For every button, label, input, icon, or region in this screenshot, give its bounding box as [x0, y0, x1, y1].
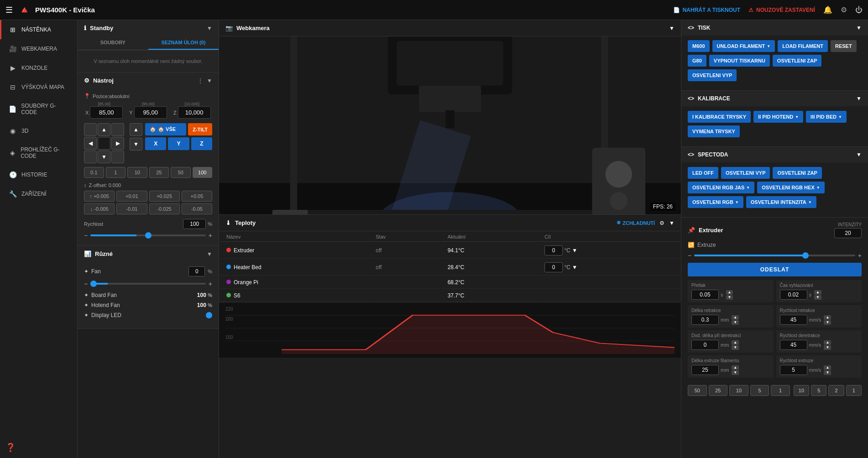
zoffset-up-05[interactable]: +0.05 [182, 191, 212, 202]
standby-header[interactable]: ℹ Standby ▼ [78, 20, 219, 36]
rychlost-retrakce-input[interactable] [780, 315, 807, 325]
preset-speed-1[interactable]: 1 [846, 385, 862, 396]
jog-z-down-button[interactable]: ▼ [130, 138, 142, 151]
tab-tasks[interactable]: SEZNAM ÚLOH (0) [148, 36, 219, 50]
ext-plus-icon[interactable]: + [858, 252, 862, 259]
speed-minus-icon[interactable]: − [84, 232, 88, 239]
zoffset-up-005[interactable]: ↑ +0.005 [84, 191, 115, 202]
emergency-stop-button[interactable]: ⚠ NOUZOVÉ ZASTAVENÍ [748, 7, 815, 13]
z-tilt-button[interactable]: Z-TILT [188, 123, 212, 135]
preset-speed-5[interactable]: 5 [811, 385, 826, 396]
deretrakce-delka-down[interactable]: ▼ [732, 345, 739, 350]
settings-icon[interactable]: ⚙ [841, 5, 847, 14]
sidebar-item-vyskova-mapa[interactable]: ⊟ VÝŠKOVÁ MAPA [0, 78, 77, 97]
sidebar-item-webkamera[interactable]: 🎥 WEBKAMERA [0, 39, 77, 58]
z-input[interactable] [178, 106, 211, 119]
retrakce-down[interactable]: ▼ [732, 320, 739, 325]
preset-speed-2[interactable]: 2 [828, 385, 844, 396]
tool-more-icon[interactable]: ⋮ [198, 78, 203, 84]
tool-header[interactable]: ⚙ Nástroj ⋮ ▼ [78, 73, 219, 88]
speed-plus-icon[interactable]: + [209, 232, 212, 239]
pretlak-input[interactable] [691, 290, 719, 300]
zoffset-down-01[interactable]: -0.01 [116, 203, 147, 214]
step-01[interactable]: 0.1 [84, 167, 104, 178]
ext-slider[interactable] [694, 255, 855, 256]
speed-input[interactable] [183, 219, 206, 229]
spectoda-osvetleni-vyp-button[interactable]: OSVETLENI VYP [721, 167, 770, 179]
zoffset-down-05[interactable]: -0.05 [182, 203, 212, 214]
intenzita-button[interactable]: OSVETLENI INTENZITA [746, 196, 816, 208]
tool-chevron-icon[interactable]: ▼ [207, 78, 212, 84]
pretlak-up[interactable]: ▲ [726, 290, 733, 295]
unload-filament-button[interactable]: UNLOAD FILAMENT [712, 40, 775, 52]
sidebar-item-zarizeni[interactable]: 🔧 ZAŘÍZENÍ [0, 184, 77, 203]
rgb-jas-button[interactable]: OSVETLENI RGB JAS [688, 182, 754, 193]
z-axis-button[interactable]: Z [191, 137, 212, 150]
temps-chevron-icon[interactable]: ▼ [669, 220, 675, 226]
display-led-toggle[interactable] [206, 312, 212, 318]
deretrakce-rychlost-input[interactable] [780, 340, 807, 350]
spectoda-osvetleni-zap-button[interactable]: OSVETLENI ZAP [773, 167, 821, 179]
preset-25[interactable]: 25 [709, 385, 728, 396]
deretrakce-delka-input[interactable] [691, 340, 719, 350]
jog-left-button[interactable]: ◀ [84, 137, 97, 150]
y-axis-button[interactable]: Y [168, 137, 189, 150]
sidebar-item-nastdenka[interactable]: ⊞ NÁSTĚNKA [0, 20, 77, 39]
preset-50[interactable]: 50 [688, 385, 707, 396]
bell-icon[interactable]: 🔔 [823, 5, 832, 14]
preset-5[interactable]: 5 [750, 385, 769, 396]
kalibrace-header[interactable]: <> KALIBRACE ▼ [681, 91, 868, 106]
vyhlazovani-down[interactable]: ▼ [814, 295, 821, 300]
jog-z-up-button[interactable]: ▲ [130, 123, 142, 136]
g80-button[interactable]: G80 [688, 55, 706, 67]
tisk-header[interactable]: <> TISK ▼ [681, 20, 868, 36]
extruze-rychlost-down[interactable]: ▼ [824, 370, 831, 375]
preset-1[interactable]: 1 [771, 385, 790, 396]
fan-plus-icon[interactable]: + [209, 280, 212, 287]
bed-temp-chevron[interactable]: ▼ [572, 264, 577, 271]
sidebar-item-3d[interactable]: ◉ 3D [0, 121, 77, 141]
extruder-target-input[interactable] [544, 245, 563, 255]
bed-target-input[interactable] [544, 262, 563, 272]
menu-icon[interactable]: ☰ [5, 5, 13, 15]
power-icon[interactable]: ⏻ [855, 6, 863, 14]
kalibrace-trysky-button[interactable]: I KALIBRACE TRYSKY [688, 111, 751, 123]
sidebar-item-historie[interactable]: 🕐 HISTORIE [0, 165, 77, 184]
step-50[interactable]: 50 [171, 167, 191, 178]
step-1[interactable]: 1 [106, 167, 126, 178]
vypnout-tiskarnu-button[interactable]: VYPNOUT TISKARNU [709, 55, 770, 67]
ext-minus-icon[interactable]: − [688, 252, 691, 259]
deretrakce-rychlost-up[interactable]: ▲ [824, 340, 831, 345]
fan-input[interactable] [188, 266, 205, 276]
x-axis-button[interactable]: X [145, 137, 166, 150]
load-filament-button[interactable]: LOAD FILAMENT [778, 40, 828, 52]
retrakce-up[interactable]: ▲ [732, 315, 739, 320]
vymena-trysky-button[interactable]: VYMENA TRYSKY [688, 125, 740, 137]
fan-minus-icon[interactable]: − [84, 280, 88, 287]
misc-header[interactable]: 📊 Různé ▼ [78, 246, 219, 262]
step-25[interactable]: 25 [149, 167, 169, 178]
home-all-button[interactable]: 🏠 🏠 VŠE [145, 123, 186, 135]
deretrakce-rychlost-down[interactable]: ▼ [824, 345, 831, 350]
tab-files[interactable]: SOUBORY [78, 36, 148, 50]
m600-button[interactable]: M600 [688, 40, 710, 52]
misc-chevron-icon[interactable]: ▼ [207, 251, 212, 257]
preset-10[interactable]: 10 [729, 385, 748, 396]
step-100[interactable]: 100 [193, 167, 213, 178]
sidebar-item-soubory[interactable]: 📄 SOUBORY G-CODE [0, 97, 77, 121]
retrakce-input[interactable] [691, 315, 719, 325]
jog-up-button[interactable]: ▲ [98, 123, 110, 136]
osvetleni-zap-button[interactable]: OSVETLENI ZAP [773, 55, 821, 67]
zoffset-up-01[interactable]: +0.01 [116, 191, 147, 202]
sidebar-item-konzole[interactable]: ▶ KONZOLE [0, 58, 77, 78]
rychlost-retrakce-up[interactable]: ▲ [824, 315, 831, 320]
zoffset-down-025[interactable]: -0.025 [149, 203, 180, 214]
intensity-input[interactable] [834, 228, 862, 238]
upload-print-button[interactable]: 📄 NAHRÁT A TISKNOUT [673, 7, 740, 13]
extruze-rychlost-up[interactable]: ▲ [824, 365, 831, 370]
vyhlazovani-up[interactable]: ▲ [814, 290, 821, 295]
rychlost-retrakce-down[interactable]: ▼ [824, 320, 831, 325]
jog-down-button[interactable]: ▼ [98, 151, 110, 163]
x-input[interactable] [90, 106, 123, 119]
send-button[interactable]: ODESLAT [688, 263, 862, 276]
